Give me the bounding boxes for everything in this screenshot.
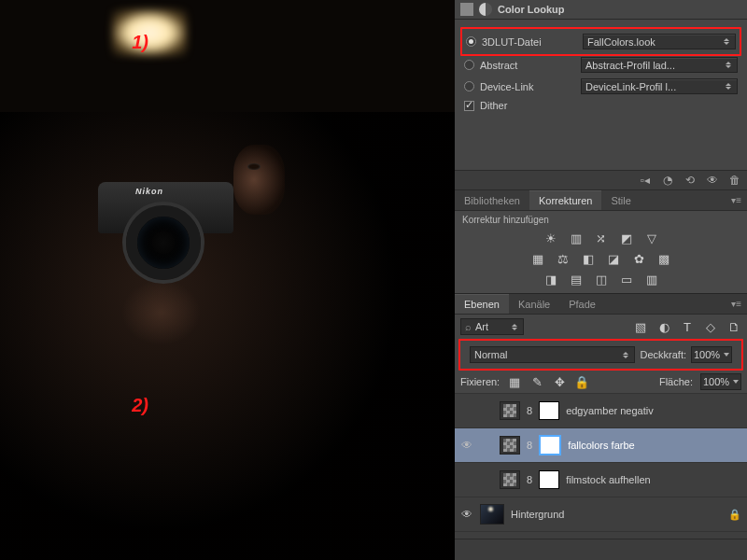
vibrance-icon[interactable]: ▽ <box>644 231 659 245</box>
chevron-updown-icon <box>722 38 731 45</box>
exposure-icon[interactable]: ◩ <box>619 231 634 245</box>
invert-icon[interactable]: ◨ <box>543 272 558 287</box>
curves-icon[interactable]: ⤮ <box>594 231 609 245</box>
brightness-icon[interactable]: ☀ <box>543 231 558 245</box>
filter-smart-icon[interactable]: 🗋 <box>726 319 741 334</box>
opacity-field[interactable]: 100% <box>691 346 732 363</box>
view-prev-icon[interactable]: ◔ <box>661 174 674 187</box>
dropdown-abstract[interactable]: Abstract-Profil lad... <box>581 57 738 73</box>
selectivecolor-icon[interactable]: ▥ <box>644 272 659 287</box>
layer-list: 8 edgyamber negativ 👁 8 fallcolors farbe… <box>455 394 747 539</box>
clip-icon[interactable]: ▫◂ <box>639 174 652 187</box>
color-lookup-section: 3DLUT-Datei FallColors.look Abstract Abs… <box>455 20 747 170</box>
mask-thumb[interactable] <box>539 401 559 420</box>
adjustment-thumb <box>500 436 520 455</box>
lock-all-icon[interactable]: 🔒 <box>574 374 589 389</box>
label-abstract: Abstract <box>480 60 575 71</box>
hsl-icon[interactable]: ▦ <box>530 251 545 266</box>
label-3dlut: 3DLUT-Datei <box>482 36 577 48</box>
document-canvas[interactable]: Nikon 1) 2) <box>0 0 455 560</box>
tab-bibliotheken[interactable]: Bibliotheken <box>455 191 529 210</box>
layer-name[interactable]: fallcolors farbe <box>568 440 635 451</box>
trash-icon[interactable]: 🗑 <box>728 174 741 187</box>
lock-pixels-icon[interactable]: ✎ <box>529 374 544 389</box>
properties-title: Color Lookup <box>498 4 565 15</box>
filter-adjust-icon[interactable]: ◐ <box>656 319 671 334</box>
preview-image: Nikon <box>0 0 455 560</box>
levels-icon[interactable]: ▥ <box>569 231 584 245</box>
visibility-icon[interactable]: 👁 <box>706 174 719 187</box>
posterize-icon[interactable]: ▤ <box>569 272 584 287</box>
fill-label: Fläche: <box>659 376 693 387</box>
lock-icon: 🔒 <box>728 509 741 521</box>
visibility-toggle[interactable]: 👁 <box>460 439 473 452</box>
fill-value: 100% <box>703 376 729 387</box>
radio-3dlut[interactable] <box>466 36 476 47</box>
layer-row[interactable]: 👁 Hintergrund 🔒 <box>455 497 747 532</box>
link-icon: 8 <box>527 405 532 416</box>
layer-filter-dropdown[interactable]: Art <box>460 318 524 335</box>
tab-korrekturen[interactable]: Korrekturen <box>529 190 601 210</box>
radio-devicelink[interactable] <box>464 81 474 91</box>
panel-menu-icon[interactable]: ▾≡ <box>726 193 747 207</box>
tab-stile[interactable]: Stile <box>601 191 640 210</box>
layer-thumb <box>480 504 504 525</box>
layer-row[interactable]: 👁 8 fallcolors farbe <box>455 428 747 463</box>
lock-transparent-icon[interactable]: ▦ <box>507 374 522 389</box>
highlight-box-1: 3DLUT-Datei FallColors.look <box>460 27 741 56</box>
gradientmap-icon[interactable]: ▭ <box>619 272 634 287</box>
tab-pfade[interactable]: Pfade <box>559 295 605 314</box>
layer-filter-value: Art <box>475 321 488 332</box>
blend-mode-value: Normal <box>474 349 507 360</box>
highlight-box-2: Normal Deckkraft: 100% <box>458 339 743 371</box>
visibility-toggle[interactable] <box>460 473 473 486</box>
colorlookup-icon[interactable]: ▩ <box>656 251 671 266</box>
dropdown-devicelink-value: DeviceLink-Profil l... <box>585 81 676 92</box>
layers-footer <box>455 539 747 560</box>
lock-position-icon[interactable]: ✥ <box>552 374 567 389</box>
label-dither: Dither <box>480 100 507 111</box>
panel-menu-icon[interactable]: ▾≡ <box>726 297 747 311</box>
balance-icon[interactable]: ⚖ <box>556 251 571 266</box>
properties-footer: ▫◂ ◔ ⟲ 👁 🗑 <box>455 170 747 190</box>
mask-thumb[interactable] <box>539 435 561 455</box>
layer-name[interactable]: Hintergrund <box>511 509 564 520</box>
adjustments-body: Korrektur hinzufügen ☀ ▥ ⤮ ◩ ▽ ▦ ⚖ ◧ ◪ ✿… <box>455 211 747 293</box>
reset-icon[interactable]: ⟲ <box>684 174 697 187</box>
opacity-label: Deckkraft: <box>640 349 686 360</box>
link-icon: 8 <box>527 440 532 451</box>
checkbox-dither[interactable] <box>464 101 474 111</box>
visibility-toggle[interactable]: 👁 <box>460 508 473 521</box>
adjustment-thumb <box>500 470 520 489</box>
layer-filter-bar: Art ▧ ◐ T ◇ 🗋 <box>455 315 747 339</box>
filter-shape-icon[interactable]: ◇ <box>703 319 718 334</box>
chevron-down-icon <box>724 353 729 357</box>
layer-name[interactable]: edgyamber negativ <box>566 405 654 416</box>
filter-pixel-icon[interactable]: ▧ <box>633 319 648 334</box>
tab-kanale[interactable]: Kanäle <box>509 295 559 314</box>
threshold-icon[interactable]: ◫ <box>594 272 609 287</box>
layer-row[interactable]: 8 edgyamber negativ <box>455 394 747 428</box>
adjustments-tabs: Bibliotheken Korrekturen Stile ▾≡ <box>455 190 747 211</box>
annotation-2: 2) <box>132 395 148 416</box>
mask-thumb[interactable] <box>539 470 559 489</box>
visibility-toggle[interactable] <box>460 404 473 417</box>
fill-field[interactable]: 100% <box>700 373 741 390</box>
chevron-down-icon <box>733 380 739 384</box>
blend-mode-dropdown[interactable]: Normal <box>470 346 635 363</box>
bw-icon[interactable]: ◧ <box>581 251 596 266</box>
layers-tabs: Ebenen Kanäle Pfade ▾≡ <box>455 293 747 315</box>
tab-ebenen[interactable]: Ebenen <box>455 294 509 314</box>
dropdown-devicelink[interactable]: DeviceLink-Profil l... <box>581 78 738 94</box>
layer-name[interactable]: filmstock aufhellen <box>566 474 651 485</box>
annotation-1: 1) <box>132 32 148 53</box>
filter-type-icon[interactable]: T <box>680 319 695 334</box>
photofilter-icon[interactable]: ◪ <box>606 251 621 266</box>
dropdown-abstract-value: Abstract-Profil lad... <box>585 60 675 71</box>
label-devicelink: Device-Link <box>480 81 575 92</box>
right-panel: Color Lookup 3DLUT-Datei FallColors.look… <box>455 0 747 560</box>
dropdown-3dlut-file[interactable]: FallColors.look <box>583 34 736 49</box>
radio-abstract[interactable] <box>464 60 474 70</box>
channelmix-icon[interactable]: ✿ <box>631 251 646 266</box>
layer-row[interactable]: 8 filmstock aufhellen <box>455 463 747 497</box>
